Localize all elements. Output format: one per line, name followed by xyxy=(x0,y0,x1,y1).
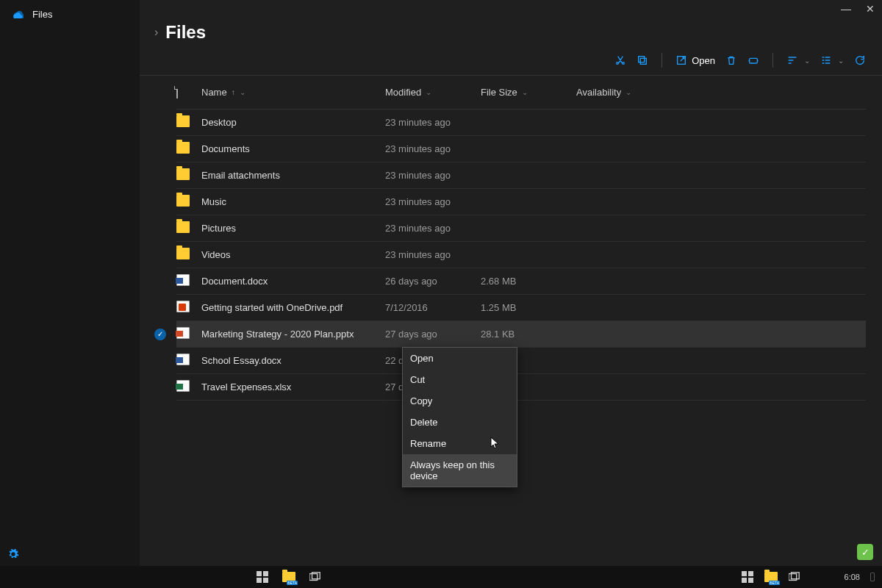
table-row[interactable]: Getting started with OneDrive.pdf7/12/20… xyxy=(176,295,866,321)
xlsx-file-icon xyxy=(176,380,190,392)
folder-icon xyxy=(176,248,190,259)
file-modified: 23 minutes ago xyxy=(385,117,481,128)
table-row[interactable]: Desktop23 minutes ago xyxy=(176,110,866,136)
table-row[interactable]: School Essay.docx22 days ago10.8 KB xyxy=(176,348,866,374)
table-row[interactable]: Document.docx26 days ago2.68 MB xyxy=(176,268,866,295)
docx-file-icon xyxy=(176,274,190,286)
svg-rect-6 xyxy=(257,578,262,583)
column-header-name[interactable]: Name↑⌄ xyxy=(201,87,385,98)
svg-rect-11 xyxy=(748,571,753,576)
table-row[interactable]: Travel Expenses.xlsx27 days ago7.81 KB xyxy=(176,374,866,401)
svg-rect-10 xyxy=(742,571,747,576)
file-name: School Essay.docx xyxy=(201,355,385,366)
sort-ascending-icon: ↑ xyxy=(232,88,235,96)
table-row[interactable]: Pictures23 minutes ago xyxy=(176,215,866,242)
svg-rect-0 xyxy=(641,58,647,64)
start-button-secondary[interactable] xyxy=(741,570,754,584)
context-menu-item[interactable]: Open xyxy=(403,348,517,369)
close-button[interactable]: ✕ xyxy=(866,3,875,15)
copy-button[interactable] xyxy=(637,54,648,66)
file-name: Travel Expenses.xlsx xyxy=(201,381,385,392)
svg-rect-4 xyxy=(257,571,262,576)
sidebar-title: Files xyxy=(32,9,52,20)
view-button[interactable]: ⌄ xyxy=(820,54,844,66)
file-name: Pictures xyxy=(201,223,385,234)
chevron-down-icon: ⌄ xyxy=(838,57,844,65)
column-header-modified[interactable]: Modified⌄ xyxy=(385,87,481,98)
context-menu-item[interactable]: Copy xyxy=(403,390,517,412)
onedrive-cloud-icon xyxy=(10,7,24,21)
command-bar: Open ⌄ ⌄ xyxy=(140,43,882,75)
file-explorer-taskbar-icon-secondary[interactable]: BETA xyxy=(764,570,778,584)
table-header: Name↑⌄ Modified⌄ File Size⌄ Availability… xyxy=(176,76,866,110)
pdf-file-icon xyxy=(176,301,190,312)
table-row[interactable]: Music23 minutes ago xyxy=(176,189,866,215)
context-menu: OpenCutCopyDeleteRenameAlways keep on th… xyxy=(402,347,517,487)
always-keep-button[interactable] xyxy=(747,54,759,66)
file-modified: 23 minutes ago xyxy=(385,249,481,260)
chevron-down-icon: ⌄ xyxy=(625,88,631,96)
file-size: 2.68 MB xyxy=(481,276,576,287)
svg-rect-1 xyxy=(639,57,645,62)
file-name: Getting started with OneDrive.pdf xyxy=(201,302,385,313)
minimize-button[interactable]: — xyxy=(841,3,851,15)
task-view-button-secondary[interactable] xyxy=(788,570,801,584)
file-type-header-icon[interactable] xyxy=(176,86,178,98)
sidebar-header[interactable]: Files xyxy=(0,0,140,28)
file-size: 28.1 KB xyxy=(481,329,576,340)
tray-icon[interactable] xyxy=(870,573,875,581)
open-button[interactable]: Open xyxy=(675,54,715,66)
table-row[interactable]: Documents23 minutes ago xyxy=(176,136,866,162)
svg-rect-7 xyxy=(263,578,268,583)
chevron-down-icon: ⌄ xyxy=(240,88,245,96)
delete-button[interactable] xyxy=(725,54,737,66)
sidebar: Files xyxy=(0,0,140,566)
table-row[interactable]: Email attachments23 minutes ago xyxy=(176,162,866,189)
breadcrumb: › Files xyxy=(140,18,882,43)
folder-icon xyxy=(176,221,190,233)
column-header-availability[interactable]: Availability⌄ xyxy=(576,87,672,98)
context-menu-item[interactable]: Rename xyxy=(403,433,517,454)
window-titlebar: — ✕ xyxy=(140,0,882,18)
context-menu-item[interactable]: Always keep on this device xyxy=(403,454,517,487)
folder-icon xyxy=(176,115,190,127)
folder-icon xyxy=(176,142,190,154)
table-row[interactable]: Marketing Strategy - 2020 Plan.pptx27 da… xyxy=(176,321,866,348)
file-size: 1.25 MB xyxy=(481,302,576,313)
file-modified: 7/12/2016 xyxy=(385,302,481,313)
folder-icon xyxy=(176,168,190,180)
start-button[interactable] xyxy=(256,570,269,584)
task-view-button[interactable] xyxy=(309,570,322,584)
file-explorer-taskbar-icon[interactable]: BETA xyxy=(282,570,295,584)
file-name: Email attachments xyxy=(201,170,385,181)
breadcrumb-chevron-icon[interactable]: › xyxy=(154,26,158,39)
file-modified: 23 minutes ago xyxy=(385,223,481,234)
table-row[interactable]: Videos23 minutes ago xyxy=(176,242,866,268)
file-modified: 23 minutes ago xyxy=(385,196,481,207)
taskbar-clock[interactable]: 6:08 xyxy=(845,573,860,581)
svg-rect-5 xyxy=(263,571,268,576)
column-header-size[interactable]: File Size⌄ xyxy=(481,87,576,98)
file-modified: 26 days ago xyxy=(385,276,481,287)
file-name: Marketing Strategy - 2020 Plan.pptx xyxy=(201,329,385,340)
chevron-down-icon: ⌄ xyxy=(522,88,528,96)
main-content: — ✕ › Files Open ⌄ ⌄ xyxy=(140,0,882,566)
settings-gear-icon[interactable] xyxy=(7,548,132,560)
file-modified: 23 minutes ago xyxy=(385,170,481,181)
row-selected-check-icon xyxy=(154,329,166,340)
cut-button[interactable] xyxy=(614,54,626,66)
file-name: Videos xyxy=(201,249,385,260)
taskbar: BETA BETA 6:08 xyxy=(0,566,882,588)
docx-file-icon xyxy=(176,354,190,365)
svg-rect-3 xyxy=(750,58,758,63)
svg-rect-12 xyxy=(742,578,747,583)
context-menu-item[interactable]: Cut xyxy=(403,369,517,390)
sync-complete-badge[interactable]: ✓ xyxy=(857,544,873,560)
page-title: Files xyxy=(165,22,206,43)
sort-button[interactable]: ⌄ xyxy=(786,54,810,66)
file-name: Desktop xyxy=(201,117,385,128)
file-name: Documents xyxy=(201,143,385,154)
refresh-button[interactable] xyxy=(854,54,866,66)
svg-rect-13 xyxy=(748,578,753,583)
context-menu-item[interactable]: Delete xyxy=(403,412,517,433)
